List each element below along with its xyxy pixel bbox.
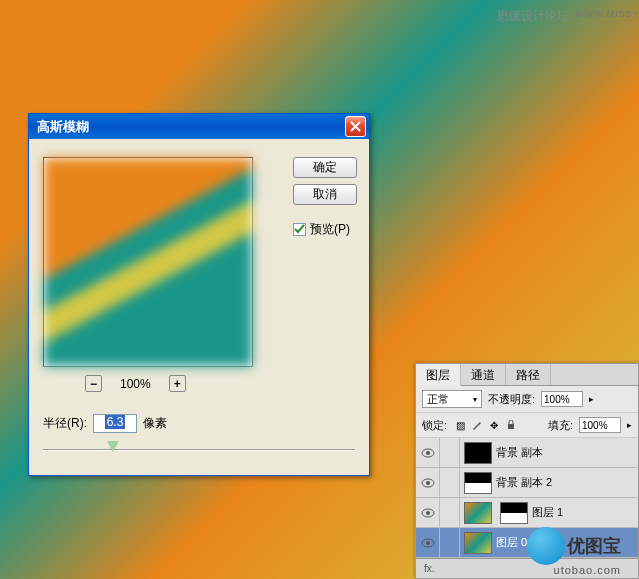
zoom-percent: 100% <box>120 377 151 391</box>
preview-checkbox[interactable] <box>293 223 306 236</box>
lock-all-icon[interactable] <box>504 418 518 432</box>
fill-label: 填充: <box>548 418 573 433</box>
chevron-right-icon[interactable]: ▸ <box>627 420 632 430</box>
svg-point-6 <box>426 511 430 515</box>
layer-name: 背景 副本 <box>496 445 543 460</box>
lock-move-icon[interactable]: ✥ <box>487 418 501 432</box>
opacity-input[interactable]: 100% <box>541 391 583 407</box>
layer-name: 背景 副本 2 <box>496 475 552 490</box>
eye-icon <box>421 508 435 518</box>
dialog-titlebar[interactable]: 高斯模糊 <box>29 114 369 139</box>
layer-row[interactable]: 背景 副本 <box>416 438 638 468</box>
tab-paths[interactable]: 路径 <box>506 364 551 385</box>
close-button[interactable] <box>345 116 366 137</box>
radius-unit: 像素 <box>143 415 167 432</box>
visibility-toggle[interactable] <box>416 528 440 557</box>
layer-name: 图层 0 <box>496 535 527 550</box>
watermark-top-url: WWW.MISSYUAN.COM <box>575 9 639 19</box>
check-icon <box>294 224 305 235</box>
gaussian-blur-dialog: 高斯模糊 − 100% + 确定 取消 <box>28 113 370 476</box>
radius-slider[interactable] <box>43 447 355 453</box>
lock-transparency-icon[interactable]: ▨ <box>453 418 467 432</box>
fx-icon[interactable]: fx. <box>424 563 435 574</box>
lock-paint-icon[interactable] <box>470 418 484 432</box>
zoom-out-button[interactable]: − <box>85 375 102 392</box>
preview-image[interactable] <box>43 157 253 367</box>
opacity-label: 不透明度: <box>488 392 535 407</box>
tab-channels[interactable]: 通道 <box>461 364 506 385</box>
svg-point-4 <box>426 481 430 485</box>
watermark-top-text: 思缘设计论坛 <box>497 8 569 25</box>
layer-row[interactable]: 图层 1 <box>416 498 638 528</box>
panel-tabs: 图层 通道 路径 <box>416 364 638 386</box>
layer-thumb[interactable] <box>464 442 492 464</box>
zoom-in-button[interactable]: + <box>169 375 186 392</box>
layer-row[interactable]: 背景 副本 2 <box>416 468 638 498</box>
layer-thumb[interactable] <box>464 532 492 554</box>
layer-mask-thumb[interactable] <box>500 502 528 524</box>
svg-rect-0 <box>508 424 514 429</box>
eye-icon <box>421 538 435 548</box>
dialog-title: 高斯模糊 <box>37 118 89 136</box>
layer-thumb[interactable] <box>464 472 492 494</box>
visibility-toggle[interactable] <box>416 468 440 497</box>
ok-button[interactable]: 确定 <box>293 157 357 178</box>
eye-icon <box>421 448 435 458</box>
radius-input[interactable]: 6.3 <box>93 414 137 433</box>
blend-mode-select[interactable]: 正常▾ <box>422 390 482 408</box>
watermark-url: utobao.com <box>554 564 621 576</box>
preview-checkbox-label: 预览(P) <box>310 221 350 238</box>
lock-label: 锁定: <box>422 418 447 433</box>
svg-point-2 <box>426 451 430 455</box>
cancel-button[interactable]: 取消 <box>293 184 357 205</box>
chevron-right-icon[interactable]: ▸ <box>589 394 594 404</box>
svg-point-8 <box>426 541 430 545</box>
chevron-down-icon: ▾ <box>473 395 477 404</box>
visibility-toggle[interactable] <box>416 498 440 527</box>
eye-icon <box>421 478 435 488</box>
layer-thumb[interactable] <box>464 502 492 524</box>
slider-thumb[interactable] <box>107 441 119 452</box>
radius-label: 半径(R): <box>43 415 87 432</box>
tab-layers[interactable]: 图层 <box>416 364 461 386</box>
visibility-toggle[interactable] <box>416 438 440 467</box>
close-icon <box>350 121 361 132</box>
watermark-logo: 优图宝 <box>527 527 621 565</box>
fill-input[interactable]: 100% <box>579 417 621 433</box>
layer-name: 图层 1 <box>532 505 563 520</box>
